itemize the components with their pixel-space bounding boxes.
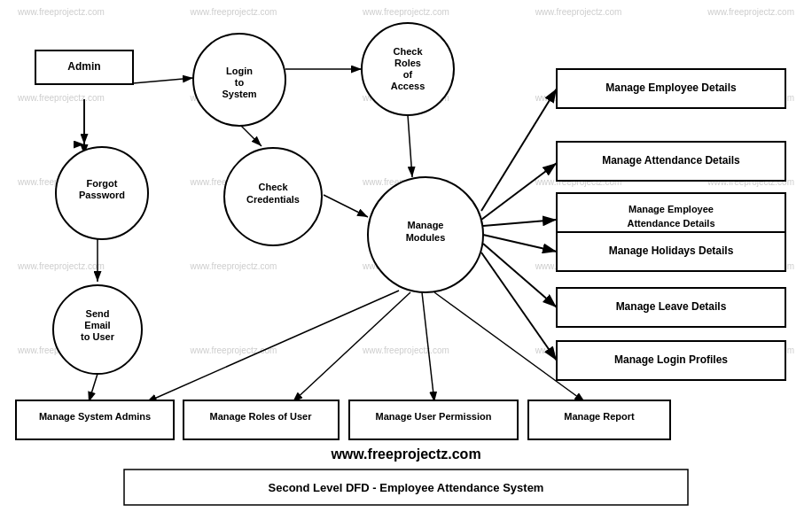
- manage-report-label: Manage Report: [564, 411, 635, 422]
- check-roles-label4: Access: [391, 81, 426, 91]
- manage-user-perm-label: Manage User Permission: [376, 411, 492, 422]
- arrow-cred-modules: [324, 195, 368, 217]
- arrow-login-cred: [239, 124, 262, 146]
- manage-mod-label2: Modules: [406, 232, 446, 243]
- check-roles-label2: Roles: [394, 58, 421, 68]
- login-system-label3: System: [222, 89, 256, 99]
- send-email-label2: Email: [84, 320, 110, 330]
- arrow-send-sysadmin: [89, 374, 98, 402]
- check-roles-label3: of: [403, 69, 413, 80]
- check-cred-label2: Credentials: [246, 194, 300, 205]
- dfd-diagram: Admin Login to System Check Roles of Acc…: [0, 0, 812, 520]
- manage-login-label: Manage Login Profiles: [614, 353, 728, 366]
- forgot-label2: Password: [79, 190, 125, 200]
- footer-title: Second Level DFD - Employee Attendance S…: [269, 481, 544, 494]
- login-system-label: Login: [226, 66, 253, 76]
- admin-label: Admin: [67, 60, 100, 73]
- send-email-label1: Send: [86, 308, 110, 319]
- check-cred-label1: Check: [258, 182, 288, 192]
- login-system-label2: to: [235, 77, 245, 88]
- arrow-mod-sysadmin: [146, 291, 399, 402]
- check-roles-label1: Check: [393, 46, 423, 57]
- manage-mod-label1: Manage: [408, 220, 444, 230]
- arrow-mod-leave: [483, 244, 557, 307]
- arrow-mod-hol: [483, 235, 557, 252]
- website-text: www.freeprojectz.com: [330, 446, 480, 462]
- forgot-label1: Forgot: [87, 178, 118, 189]
- arrow-mod-empatt: [483, 220, 557, 226]
- send-email-label3: to User: [81, 331, 115, 342]
- arrow-mod-userperm: [422, 292, 434, 402]
- manage-emp-att-label2: Attendance Details: [627, 218, 714, 229]
- diagram-container: www.freeprojectz.comwww.freeprojectz.com…: [0, 0, 812, 520]
- manage-leave-label: Manage Leave Details: [616, 300, 727, 313]
- arrow-mod-login: [481, 252, 557, 361]
- arrow-admin-login: [133, 78, 193, 83]
- manage-roles-label: Manage Roles of User: [210, 411, 313, 422]
- manage-attendance-label: Manage Attendance Details: [602, 154, 740, 167]
- manage-sys-admins-label: Manage System Admins: [39, 411, 151, 422]
- arrow-mod-emp: [481, 89, 557, 211]
- manage-emp-att-label1: Manage Employee: [629, 204, 714, 214]
- manage-holidays-label: Manage Holidays Details: [609, 244, 734, 257]
- arrow-roles-modules: [408, 115, 412, 177]
- manage-employee-label: Manage Employee Details: [605, 81, 737, 94]
- arrow-mod-roles: [293, 292, 410, 402]
